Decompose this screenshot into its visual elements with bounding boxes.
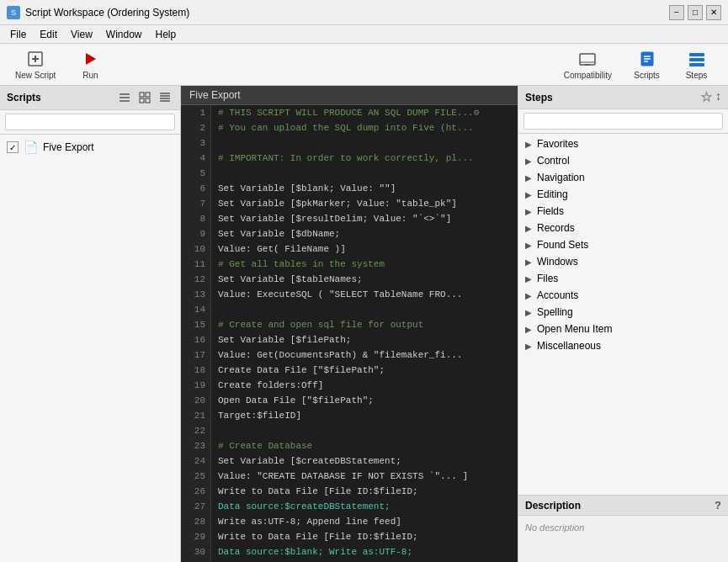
steps-label: Steps — [686, 71, 708, 80]
code-line: Create Data File ["$filePath"; — [218, 363, 518, 378]
steps-button[interactable]: Steps — [673, 45, 720, 83]
sort-icon[interactable]: ↕ — [715, 89, 721, 105]
steps-panel-icons: ☆ ↕ — [700, 89, 721, 105]
step-category-spelling[interactable]: ▶Spelling — [518, 304, 728, 321]
step-category-label: Files — [537, 273, 558, 284]
favorites-icon[interactable]: ☆ — [700, 89, 712, 105]
new-script-button[interactable]: New Script — [8, 45, 62, 83]
chevron-icon: ▶ — [525, 325, 532, 334]
chevron-icon: ▶ — [525, 241, 532, 250]
app-icon: S — [7, 6, 20, 19]
new-script-icon — [25, 49, 45, 69]
scripts-search-box — [0, 110, 180, 135]
step-category-label: Found Sets — [537, 239, 588, 251]
step-category-label: Records — [537, 222, 575, 234]
close-button[interactable]: ✕ — [706, 5, 721, 20]
step-category-label: Fields — [537, 205, 564, 217]
compatibility-icon — [577, 49, 598, 69]
desc-help-icon[interactable]: ? — [715, 499, 721, 512]
desc-title: Description — [525, 500, 581, 512]
scripts-panel-header: Scripts — [0, 86, 180, 110]
step-category-accounts[interactable]: ▶Accounts — [518, 287, 728, 304]
code-line: Set Variable [$resultDelim; Value: "`<>`… — [218, 211, 518, 226]
step-category-records[interactable]: ▶Records — [518, 220, 728, 236]
svg-marker-3 — [86, 53, 96, 65]
code-line: Set Variable [$createDBStatement; — [218, 453, 518, 469]
step-category-fields[interactable]: ▶Fields — [518, 203, 728, 220]
step-category-label: Accounts — [537, 289, 578, 301]
step-category-windows[interactable]: ▶Windows — [518, 253, 728, 270]
minimize-button[interactable]: − — [669, 5, 684, 20]
toolbar-right: Compatibility Scripts Steps — [555, 45, 720, 83]
grid-view-icon[interactable] — [136, 89, 153, 106]
scripts-panel-icons — [116, 89, 173, 106]
title-bar: S Script Workspace (Ordering System) − □… — [0, 0, 728, 25]
code-line — [218, 302, 518, 317]
code-line: Set Variable [$pkMarker; Value: "table_p… — [218, 196, 518, 211]
svg-rect-12 — [689, 58, 704, 61]
steps-search-box — [518, 109, 728, 134]
svg-rect-17 — [140, 93, 144, 97]
editor-content[interactable]: 1234567891011121314151617181920212223242… — [181, 105, 518, 562]
code-line: Set Variable [$filePath; — [218, 332, 518, 347]
editor-panel: Five Export 1234567891011121314151617181… — [181, 86, 518, 562]
svg-rect-18 — [146, 93, 150, 97]
menu-file[interactable]: File — [3, 27, 33, 42]
svg-rect-11 — [689, 53, 704, 56]
menu-view[interactable]: View — [64, 27, 99, 42]
run-button[interactable]: Run — [69, 45, 111, 83]
steps-search-input[interactable] — [523, 113, 723, 130]
code-line: Data source:$blank; Write as:UTF-8; — [218, 544, 518, 559]
compatibility-button[interactable]: Compatibility — [555, 45, 620, 83]
step-category-label: Spelling — [537, 306, 573, 318]
new-script-label: New Script — [15, 71, 56, 80]
details-view-icon[interactable] — [157, 89, 173, 106]
title-bar-left: S Script Workspace (Ordering System) — [7, 6, 189, 19]
svg-rect-19 — [140, 98, 144, 103]
step-category-miscellaneous[interactable]: ▶Miscellaneous — [518, 337, 728, 354]
compatibility-label: Compatibility — [564, 71, 612, 80]
svg-rect-4 — [580, 54, 595, 65]
steps-panel-header: Steps ☆ ↕ — [518, 86, 728, 109]
chevron-icon: ▶ — [525, 207, 532, 216]
step-category-found-sets[interactable]: ▶Found Sets — [518, 236, 728, 253]
chevron-icon: ▶ — [525, 173, 532, 183]
chevron-icon: ▶ — [525, 274, 532, 284]
step-category-files[interactable]: ▶Files — [518, 270, 728, 287]
steps-description: Description ? No description — [518, 495, 728, 562]
step-category-label: Navigation — [537, 172, 585, 183]
five-export-item[interactable]: ✓ 📄 Five Export — [0, 138, 180, 156]
five-export-checkbox[interactable]: ✓ — [7, 141, 19, 153]
chevron-icon: ▶ — [525, 257, 532, 267]
code-line: # Create and open sql file for output — [218, 317, 518, 332]
scripts-button[interactable]: Scripts — [624, 45, 670, 83]
step-category-favorites[interactable]: ▶Favorites — [518, 135, 728, 152]
step-category-editing[interactable]: ▶Editing — [518, 186, 728, 203]
step-category-navigation[interactable]: ▶Navigation — [518, 169, 728, 186]
maximize-button[interactable]: □ — [688, 5, 703, 20]
step-category-label: Favorites — [537, 138, 578, 150]
scripts-label: Scripts — [634, 71, 660, 80]
run-label: Run — [82, 71, 98, 80]
svg-rect-13 — [689, 63, 704, 66]
editor-tab-title: Five Export — [189, 89, 241, 101]
code-line: Open Data File ["$filePath"; — [218, 393, 518, 408]
code-line: Value: ExecuteSQL ( "SELECT TableName FR… — [218, 287, 518, 302]
menu-help[interactable]: Help — [149, 27, 183, 42]
desc-content: No description — [518, 516, 728, 539]
chevron-icon: ▶ — [525, 342, 532, 351]
list-view-icon[interactable] — [116, 89, 133, 106]
menu-edit[interactable]: Edit — [33, 27, 64, 42]
scripts-search-input[interactable] — [5, 114, 175, 130]
steps-icon — [687, 49, 707, 69]
code-line: Set Variable [$blank; Value: ""] — [218, 181, 518, 196]
step-category-label: Control — [537, 155, 570, 167]
step-category-control[interactable]: ▶Control — [518, 152, 728, 169]
run-icon — [80, 49, 100, 69]
toolbar: New Script Run Compatibility — [0, 44, 728, 86]
code-line: Set Variable [$dbName; — [218, 226, 518, 241]
step-category-open-menu-item[interactable]: ▶Open Menu Item — [518, 321, 728, 337]
steps-list: ▶Favorites▶Control▶Navigation▶Editing▶Fi… — [518, 134, 728, 495]
menu-window[interactable]: Window — [99, 27, 149, 42]
scripts-list: ✓ 📄 Five Export — [0, 135, 180, 562]
